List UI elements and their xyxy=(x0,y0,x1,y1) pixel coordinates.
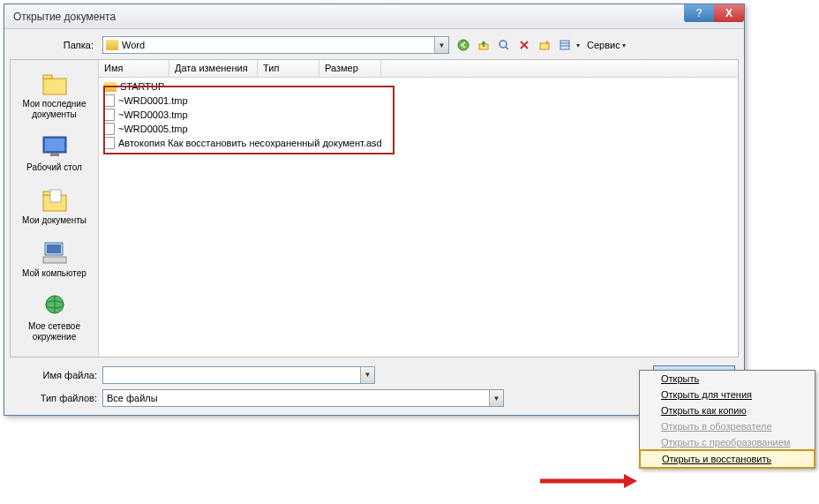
sidebar-item-label: Мой компьютер xyxy=(22,268,86,279)
sidebar-item-mydocs[interactable]: Мои документы xyxy=(12,182,96,229)
col-size[interactable]: Размер xyxy=(319,60,381,77)
my-computer-icon xyxy=(39,238,71,267)
titlebar[interactable]: Открытие документа ? X xyxy=(4,4,744,29)
views-chevron-icon[interactable]: ▾ xyxy=(576,41,580,49)
places-sidebar: Мои последние документы Рабочий стол Мои… xyxy=(11,60,99,357)
svg-rect-15 xyxy=(50,190,61,202)
svg-point-0 xyxy=(458,40,469,50)
sidebar-item-recent[interactable]: Мои последние документы xyxy=(12,65,96,124)
menu-item-open-copy[interactable]: Открыть как копию xyxy=(640,402,815,418)
filename-row: Имя файла: ▼ Открыть ▾ xyxy=(10,363,739,387)
menu-item-open-browser: Открыть в обозревателе xyxy=(640,418,815,434)
recent-docs-icon xyxy=(39,69,71,97)
col-date[interactable]: Дата изменения xyxy=(169,60,258,77)
filename-input[interactable]: ▼ xyxy=(102,366,375,384)
svg-marker-23 xyxy=(624,474,637,488)
open-dropdown-menu: Открыть Открыть для чтения Открыть как к… xyxy=(639,370,815,469)
toolbar: ▾ Сервис ▾ xyxy=(455,36,630,54)
open-file-dialog: Открытие документа ? X Папка: Word ▼ xyxy=(4,4,745,416)
network-icon xyxy=(39,291,71,320)
sidebar-item-mycomputer[interactable]: Мой компьютер xyxy=(12,235,96,282)
help-button[interactable]: ? xyxy=(684,4,714,22)
sidebar-item-label: Мои документы xyxy=(22,215,86,226)
delete-icon[interactable] xyxy=(515,36,533,54)
annotation-arrow xyxy=(540,474,637,488)
service-button[interactable]: Сервис ▾ xyxy=(582,37,630,53)
back-icon[interactable] xyxy=(455,36,472,54)
my-docs-icon xyxy=(39,185,71,214)
filetype-value: Все файлы xyxy=(107,393,158,403)
folder-row: Папка: Word ▼ xyxy=(10,34,739,59)
sidebar-item-desktop[interactable]: Рабочий стол xyxy=(12,129,96,177)
svg-rect-12 xyxy=(50,153,59,156)
svg-point-2 xyxy=(500,41,507,48)
svg-rect-4 xyxy=(540,43,549,49)
filetype-row: Тип файлов: Все файлы ▼ xyxy=(10,387,739,410)
desktop-icon xyxy=(39,132,71,161)
search-icon[interactable] xyxy=(495,36,513,54)
col-spacer xyxy=(381,60,738,77)
folder-combo-text: Word xyxy=(122,40,431,50)
menu-item-open-readonly[interactable]: Открыть для чтения xyxy=(640,387,815,402)
up-icon[interactable] xyxy=(475,36,492,54)
new-folder-icon[interactable] xyxy=(536,36,553,54)
folder-icon xyxy=(106,40,118,50)
menu-item-open[interactable]: Открыть xyxy=(640,371,815,387)
svg-rect-9 xyxy=(43,75,52,79)
col-type[interactable]: Тип xyxy=(258,60,319,77)
titlebar-text: Открытие документа xyxy=(13,11,116,23)
close-button[interactable]: X xyxy=(714,4,744,22)
filetype-dropdown[interactable]: ▼ xyxy=(489,390,503,406)
svg-rect-5 xyxy=(560,41,569,49)
folder-combo-dropdown[interactable]: ▼ xyxy=(434,37,448,53)
folder-combo[interactable]: Word ▼ xyxy=(102,36,449,54)
filename-label: Имя файла: xyxy=(13,370,97,380)
filename-dropdown[interactable]: ▼ xyxy=(360,367,374,383)
svg-rect-18 xyxy=(43,257,66,263)
svg-rect-8 xyxy=(43,79,66,94)
svg-rect-11 xyxy=(45,139,64,151)
service-label: Сервис xyxy=(587,40,620,50)
chevron-down-icon: ▾ xyxy=(622,41,626,49)
folder-label: Папка: xyxy=(13,40,97,50)
svg-line-3 xyxy=(506,47,508,49)
menu-item-open-repair[interactable]: Открыть и восстановить xyxy=(639,449,815,469)
filetype-label: Тип файлов: xyxy=(13,393,97,403)
sidebar-item-label: Мои последние документы xyxy=(14,99,94,120)
sidebar-item-label: Рабочий стол xyxy=(26,162,82,173)
annotation-highlight-files xyxy=(103,86,394,154)
views-icon[interactable] xyxy=(556,36,574,54)
menu-item-open-transform: Открыть с преобразованием xyxy=(640,434,815,450)
list-header: Имя Дата изменения Тип Размер xyxy=(99,60,738,78)
filetype-combo[interactable]: Все файлы ▼ xyxy=(102,389,504,407)
sidebar-item-network[interactable]: Мое сетевое окружение xyxy=(12,288,96,346)
svg-rect-17 xyxy=(47,244,61,253)
sidebar-item-label: Мое сетевое окружение xyxy=(14,321,94,342)
col-name[interactable]: Имя xyxy=(99,60,169,77)
